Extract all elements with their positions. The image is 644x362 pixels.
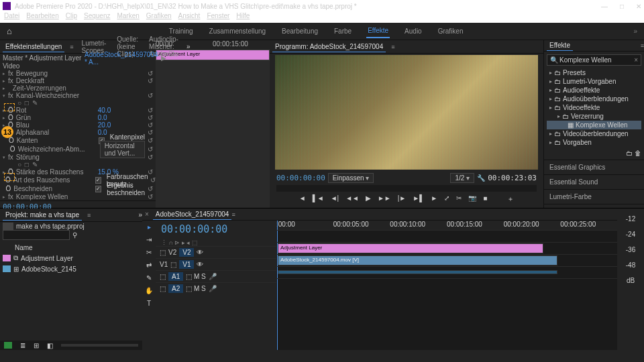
prop-motion[interactable]: Bewegung (16, 70, 95, 77)
clip-audio[interactable] (278, 270, 557, 274)
track-a2[interactable]: A2 (168, 284, 183, 293)
panel-overflow-icon[interactable]: » (138, 211, 142, 219)
pen-tool-icon[interactable]: ✎ (146, 274, 152, 282)
rewind-icon[interactable]: ◄◄ (345, 194, 359, 204)
ripple-tool-icon[interactable]: ✂ (146, 249, 152, 256)
effects-search-input[interactable]: 🔍 Komplexe Wellen × (547, 54, 641, 66)
checkbox-icon[interactable]: ✓ (95, 177, 101, 184)
project-search-input[interactable] (3, 230, 70, 240)
list-view-icon[interactable]: ≣ (20, 342, 25, 349)
project-item[interactable]: ⧉Adjustment Layer (3, 253, 140, 263)
filter-icon[interactable]: ⚲ (72, 231, 77, 239)
effects-tree-node[interactable]: ▸🗀Verzerrung (547, 112, 641, 121)
program-timecode[interactable]: 00:00:00:00 (276, 174, 325, 182)
prop-time-remap[interactable]: Zeit-Verzerrungen (13, 84, 92, 92)
menu-help[interactable]: Hilfe (236, 12, 250, 23)
effects-tree-node[interactable]: ▦Komplexe Wellen (547, 121, 641, 129)
play-icon[interactable]: ▶ (366, 194, 371, 204)
side-panel-tab[interactable]: Lumetri-Farbe (544, 189, 644, 204)
panel-menu-icon[interactable]: ≡ (70, 44, 73, 50)
new-bin-icon[interactable]: 🗀 (626, 149, 633, 157)
track-controls[interactable]: ⬚ M S (186, 285, 206, 292)
timeline-options[interactable]: ⋮ ∩ ⊳ ▸ ◂ ⬚ (156, 239, 276, 246)
track-v2[interactable]: V2 (179, 248, 194, 257)
minimize-button[interactable]: — (601, 3, 608, 10)
prop-opacity[interactable]: Deckkraft (16, 77, 95, 84)
green-swatch-icon[interactable] (4, 342, 12, 349)
clip-video[interactable]: AdobeStock_214597004.mov [V] (278, 255, 557, 265)
prop-edges[interactable]: Kanten (17, 137, 96, 144)
reset-icon[interactable]: ↺ (148, 185, 153, 192)
panel-menu-icon[interactable]: ≡ (231, 211, 235, 218)
ws-assembly[interactable]: Zusammenstellung (208, 25, 267, 38)
workspace-overflow-icon[interactable]: » (633, 27, 637, 35)
export-frame-icon[interactable]: 📷 (468, 194, 476, 204)
ws-color[interactable]: Farbe (333, 25, 353, 38)
safe-margins-icon[interactable]: ■ (483, 194, 487, 204)
tab-effects[interactable]: Effekte (547, 40, 573, 51)
timeline-timecode[interactable]: 00:00:00:00 (156, 222, 276, 239)
track-controls[interactable]: ⬚ M S (186, 273, 206, 280)
step-back-icon[interactable]: ◄| (331, 194, 339, 204)
track-a1[interactable]: A1 (168, 272, 183, 281)
reset-icon[interactable]: ↺ (148, 129, 153, 136)
reset-icon[interactable]: ↺ (148, 92, 153, 99)
prop-noise-type[interactable]: Art des Rauschens (13, 176, 93, 184)
tab-program[interactable]: Programm: AdobeStock_214597004 (272, 42, 386, 52)
reset-icon[interactable]: ↺ (148, 70, 153, 77)
reset-icon[interactable]: ↺ (148, 107, 153, 114)
reset-icon[interactable]: ↺ (150, 176, 156, 184)
tab-project[interactable]: Projekt: make a vhs tape (3, 210, 82, 221)
prop-blur-dim[interactable]: Weichzeichnen-Abm... (18, 145, 97, 153)
scrubber[interactable] (276, 185, 537, 192)
menu-file[interactable]: Datei (4, 12, 19, 23)
trash-icon[interactable]: 🗑 (635, 149, 641, 157)
ws-audio[interactable]: Audio (403, 25, 423, 38)
next-edit-icon[interactable]: ►▌ (413, 194, 424, 204)
reset-icon[interactable]: ↺ (148, 168, 153, 176)
prev-edit-icon[interactable]: ▌◄ (313, 194, 324, 204)
mark-out-icon[interactable]: ► (431, 194, 437, 204)
effects-tree-node[interactable]: ▸🗀Vorgaben (547, 138, 641, 147)
ws-editing[interactable]: Bearbeitung (280, 25, 319, 38)
close-button[interactable]: ✕ (636, 3, 641, 10)
timeline-lanes[interactable]: :00:0000:00:05:0000:00:10:0000:00:15:000… (276, 221, 617, 350)
add-button-icon[interactable]: ＋ (507, 194, 514, 204)
effects-tree-node[interactable]: ▸🗀Lumetri-Vorgaben (547, 77, 641, 86)
prop-alpha-value[interactable]: 0.0 (98, 129, 107, 136)
prop-green[interactable]: Grün (16, 114, 95, 121)
reset-icon[interactable]: ↺ (148, 193, 153, 200)
prop-alpha[interactable]: Alphakanal (16, 129, 95, 136)
reset-icon[interactable]: ↺ (148, 154, 153, 161)
resolution-dropdown[interactable]: 1/2 ▾ (450, 173, 474, 183)
effects-tree-node[interactable]: ▸🗀Audioüberblendungen (547, 95, 641, 103)
video-preview[interactable] (275, 55, 538, 170)
menu-clip[interactable]: Clip (66, 12, 77, 23)
clip-adjustment-layer[interactable]: Adjustment Layer (278, 243, 543, 253)
reset-icon[interactable]: ↺ (148, 145, 153, 153)
tab-sequence[interactable]: AdobeStock_214597004 (153, 209, 232, 220)
selection-tool-icon[interactable]: ▸ (148, 223, 151, 231)
menu-view[interactable]: Ansicht (178, 12, 201, 23)
mask-controls[interactable]: ○ □ ✎ (17, 99, 38, 107)
lift-icon[interactable]: ⤢ (444, 194, 449, 204)
menu-window[interactable]: Fenster (207, 12, 229, 23)
ws-graphics[interactable]: Grafiken (437, 25, 465, 38)
reset-icon[interactable]: ↺ (148, 121, 153, 129)
menu-marker[interactable]: Marken (117, 12, 139, 23)
slip-tool-icon[interactable]: ⇄ (146, 261, 152, 269)
clear-search-icon[interactable]: × (634, 56, 638, 64)
panel-menu-icon[interactable]: ≡ (391, 44, 394, 50)
menu-edit[interactable]: Bearbeiten (26, 12, 58, 23)
hand-tool-icon[interactable]: ✋ (145, 287, 153, 294)
side-panel-tab[interactable]: Essential Sound (544, 174, 644, 189)
step-fwd-icon[interactable]: |► (398, 194, 407, 204)
reset-icon[interactable]: ↺ (148, 137, 153, 144)
fit-dropdown[interactable]: Einpassen ▾ (328, 173, 374, 183)
prop-noise[interactable]: Störung (16, 154, 95, 161)
prop-green-value[interactable]: 0.0 (98, 114, 107, 121)
maximize-button[interactable]: □ (620, 3, 624, 10)
prop-red-value[interactable]: 40.0 (98, 107, 111, 114)
track-v1[interactable]: V1 (179, 260, 194, 269)
timeline-ruler[interactable]: :00:0000:00:05:0000:00:10:0000:00:15:000… (276, 221, 617, 230)
